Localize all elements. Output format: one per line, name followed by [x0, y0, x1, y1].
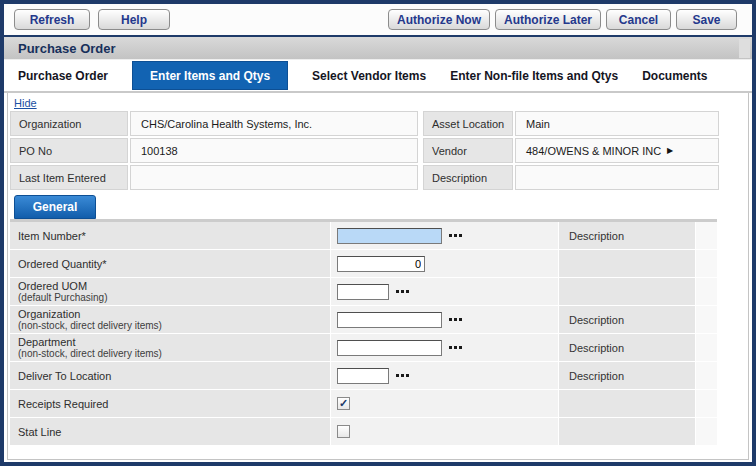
help-button[interactable]: Help [98, 9, 170, 30]
department-description-cell: Description [559, 334, 695, 361]
item-number-row-label: Item Number* [10, 222, 330, 249]
receipts-required-cell: ✓ [331, 390, 558, 417]
tab-select-vendor-items[interactable]: Select Vendor Items [312, 69, 426, 83]
ordered-quantity-input[interactable] [337, 256, 425, 272]
organization-description-cell: Description [559, 306, 695, 333]
receipts-required-description-cell [559, 390, 695, 417]
refresh-button[interactable]: Refresh [14, 9, 90, 30]
stat-line-row-label: Stat Line [10, 418, 330, 445]
ordered-uom-lookup-button[interactable] [396, 290, 409, 293]
last-item-entered-label: Last Item Entered [10, 165, 128, 190]
tab-documents[interactable]: Documents [642, 69, 707, 83]
receipts-required-tail-cell [696, 390, 717, 417]
ordered-quantity-label: Ordered Quantity* [18, 258, 107, 270]
item-number-lookup-button[interactable] [449, 234, 462, 237]
asset-location-label: Asset Location [423, 111, 513, 136]
authorize-now-button[interactable]: Authorize Now [388, 9, 490, 30]
receipts-required-row-label: Receipts Required [10, 390, 330, 417]
tab-enter-items-and-qtys[interactable]: Enter Items and Qtys [132, 61, 288, 90]
organization-cell [331, 306, 558, 333]
receipts-required-checkbox[interactable]: ✓ [337, 397, 350, 410]
item-entry-form: Item Number* Description Ordered Quantit… [10, 219, 717, 445]
tab-general[interactable]: General [14, 195, 96, 219]
ordered-quantity-description-cell [559, 250, 695, 277]
stat-line-label: Stat Line [18, 426, 61, 438]
ordered-quantity-tail-cell [696, 250, 717, 277]
department-row-label: Department (non-stock, direct delivery i… [10, 334, 330, 361]
organization-field-label: Organization [18, 308, 80, 320]
stat-line-tail-cell [696, 418, 717, 445]
item-number-description-cell: Description [559, 222, 695, 249]
tab-strip: Purchase Order Enter Items and Qtys Sele… [4, 60, 752, 93]
stat-line-cell [331, 418, 558, 445]
general-tab-strip: General [14, 195, 748, 219]
ordered-uom-tail-cell [696, 278, 717, 305]
ordered-uom-cell [331, 278, 558, 305]
save-button[interactable]: Save [676, 9, 737, 30]
organization-lookup-button[interactable] [449, 318, 462, 321]
deliver-to-location-label: Deliver To Location [18, 370, 111, 382]
vendor-label: Vendor [423, 138, 513, 163]
organization-label: Organization [10, 111, 128, 136]
ordered-uom-sublabel: (default Purchasing) [18, 292, 108, 303]
deliver-to-location-input[interactable] [337, 368, 389, 384]
deliver-to-location-cell [331, 362, 558, 389]
vendor-drilldown-arrow-icon[interactable]: ▶ [667, 146, 673, 155]
organization-row-label: Organization (non-stock, direct delivery… [10, 306, 330, 333]
receipts-required-label: Receipts Required [18, 398, 109, 410]
item-number-label: Item Number* [18, 230, 86, 242]
ordered-uom-row-label: Ordered UOM (default Purchasing) [10, 278, 330, 305]
deliver-to-location-tail-cell [696, 362, 717, 389]
asset-location-value: Main [515, 111, 719, 136]
item-number-input[interactable] [337, 228, 442, 244]
toolbar-right-group: Authorize Now Authorize Later Cancel Sav… [388, 9, 737, 30]
po-header-right-table: Asset Location Main Vendor 484/OWENS & M… [423, 111, 719, 190]
department-sublabel: (non-stock, direct delivery items) [18, 348, 162, 359]
organization-tail-cell [696, 306, 717, 333]
tab-purchase-order[interactable]: Purchase Order [18, 69, 108, 83]
ordered-quantity-cell [331, 250, 558, 277]
department-cell [331, 334, 558, 361]
organization-input[interactable] [337, 312, 442, 328]
department-tail-cell [696, 334, 717, 361]
hide-link[interactable]: Hide [14, 97, 37, 109]
item-number-tail-cell [696, 222, 717, 249]
deliver-to-location-row-label: Deliver To Location [10, 362, 330, 389]
stat-line-description-cell [559, 418, 695, 445]
content-panel: Hide Organization CHS/Carolina Health Sy… [7, 93, 749, 460]
ordered-quantity-row-label: Ordered Quantity* [10, 250, 330, 277]
toolbar: Refresh Help Authorize Now Authorize Lat… [4, 4, 752, 35]
ordered-uom-label: Ordered UOM [18, 280, 87, 292]
department-lookup-button[interactable] [449, 346, 462, 349]
ordered-uom-description-cell [559, 278, 695, 305]
tab-enter-non-file-items-and-qtys[interactable]: Enter Non-file Items and Qtys [450, 69, 618, 83]
organization-field-sublabel: (non-stock, direct delivery items) [18, 320, 162, 331]
title-bar: Purchase Order [4, 37, 752, 60]
vendor-value-text: 484/OWENS & MINOR INC [526, 145, 661, 157]
page-title: Purchase Order [18, 41, 116, 56]
deliver-to-location-lookup-button[interactable] [396, 374, 409, 377]
po-header-summary: Organization CHS/Carolina Health Systems… [10, 111, 748, 190]
deliver-to-location-description-cell: Description [559, 362, 695, 389]
last-item-entered-value [130, 165, 418, 190]
authorize-later-button[interactable]: Authorize Later [495, 9, 601, 30]
title-bar-notch [739, 39, 750, 58]
po-header-left-table: Organization CHS/Carolina Health Systems… [10, 111, 418, 190]
department-label: Department [18, 336, 75, 348]
item-number-cell [331, 222, 558, 249]
vendor-value[interactable]: 484/OWENS & MINOR INC ▶ [515, 138, 719, 163]
purchase-order-window: Refresh Help Authorize Now Authorize Lat… [0, 0, 756, 466]
description-value [515, 165, 719, 190]
ordered-uom-input[interactable] [337, 284, 389, 300]
organization-value: CHS/Carolina Health Systems, Inc. [130, 111, 418, 136]
po-no-label: PO No [10, 138, 128, 163]
po-no-value: 100138 [130, 138, 418, 163]
description-label: Description [423, 165, 513, 190]
department-input[interactable] [337, 340, 442, 356]
cancel-button[interactable]: Cancel [606, 9, 671, 30]
stat-line-checkbox[interactable] [337, 425, 350, 438]
